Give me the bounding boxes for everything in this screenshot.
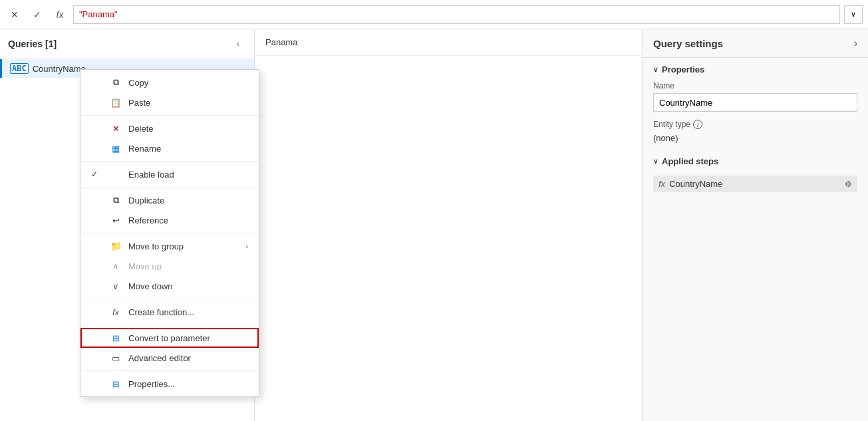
menu-item-reference[interactable]: ↩Reference: [80, 210, 259, 230]
menu-item-properties[interactable]: ⊞Properties...: [80, 374, 259, 394]
menu-separator-after-create-function: [80, 325, 259, 325]
right-panel: Query settings › ∨ Properties Name Entit…: [642, 29, 868, 421]
cancel-button[interactable]: ✕: [5, 5, 24, 24]
collapse-button[interactable]: ‹: [230, 36, 246, 52]
formula-bar: ✕ ✓ fx ∨: [0, 0, 868, 29]
properties-section-header: ∨ Properties: [643, 58, 868, 78]
formula-input[interactable]: [73, 5, 840, 24]
entity-type-row: Entity type i (none): [643, 117, 868, 150]
menu-item-duplicate[interactable]: ⧉Duplicate: [80, 190, 259, 210]
menu-item-delete[interactable]: ✕Delete: [80, 118, 259, 138]
right-panel-expand-button[interactable]: ›: [854, 37, 857, 49]
menu-label-create-function: Create function...: [128, 307, 194, 317]
data-cell-panama: Panama: [255, 29, 642, 56]
formula-expand-button[interactable]: ∨: [844, 5, 863, 24]
step-gear-icon[interactable]: ⚙: [845, 180, 852, 189]
menu-label-copy: Copy: [128, 78, 148, 88]
menu-icon-move-up: ∧: [110, 260, 122, 272]
menu-label-advanced-editor: Advanced editor: [128, 353, 191, 363]
menu-label-move-down: Move down: [128, 281, 172, 291]
menu-icon-paste: 📋: [110, 96, 122, 108]
menu-item-advanced-editor[interactable]: ▭Advanced editor: [80, 348, 259, 368]
menu-icon-rename: ▦: [110, 142, 122, 154]
menu-label-properties: Properties...: [128, 379, 175, 389]
query-type-icon: ABC: [10, 63, 29, 74]
menu-item-move-up: ∧Move up: [80, 256, 259, 276]
menu-separator-after-advanced-editor: [80, 370, 259, 371]
menu-icon-delete: ✕: [110, 122, 122, 134]
menu-label-move-to-group: Move to group: [128, 241, 184, 251]
menu-icon-duplicate: ⧉: [110, 194, 122, 206]
query-name-label: CountryName: [33, 64, 86, 74]
applied-steps-list: fxCountryName⚙: [643, 170, 868, 200]
menu-separator-after-reference: [80, 233, 259, 233]
queries-title: Queries [1]: [8, 39, 57, 49]
menu-icon-properties: ⊞: [110, 378, 122, 390]
step-left-countryname: fxCountryName: [658, 179, 722, 189]
entity-type-value: (none): [653, 132, 857, 144]
menu-check-enable-load: ✓: [91, 170, 103, 179]
menu-item-rename[interactable]: ▦Rename: [80, 138, 259, 158]
applied-steps-section-header: ∨ Applied steps: [643, 150, 868, 170]
fx-button[interactable]: fx: [51, 5, 69, 24]
right-panel-title: Query settings: [653, 38, 723, 49]
content-area: Panama: [255, 29, 642, 421]
name-input[interactable]: [653, 93, 857, 112]
menu-label-paste: Paste: [128, 98, 150, 108]
menu-item-copy[interactable]: ⧉Copy: [80, 72, 259, 92]
queries-panel: Queries [1] ‹ ABC CountryName ⧉Copy📋Past…: [0, 29, 255, 421]
menu-label-duplicate: Duplicate: [128, 196, 164, 206]
menu-label-delete: Delete: [128, 124, 154, 134]
step-item-countryname[interactable]: fxCountryName⚙: [653, 176, 857, 192]
menu-item-convert-to-parameter[interactable]: ⊞Convert to parameter: [80, 328, 259, 348]
menu-arrow-move-to-group: ›: [245, 242, 248, 250]
menu-label-convert-to-parameter: Convert to parameter: [128, 333, 210, 343]
menu-separator-after-move-down: [80, 299, 259, 299]
main-area: Queries [1] ‹ ABC CountryName ⧉Copy📋Past…: [0, 29, 868, 421]
menu-icon-advanced-editor: ▭: [110, 352, 122, 364]
step-fx-icon: fx: [658, 179, 665, 189]
menu-icon-move-to-group: 📁: [110, 240, 122, 252]
menu-icon-convert-to-parameter: ⊞: [110, 332, 122, 344]
menu-label-reference: Reference: [128, 215, 168, 225]
entity-type-label: Entity type i: [653, 120, 857, 129]
properties-section-label: Properties: [662, 65, 704, 74]
entity-type-info-icon: i: [693, 120, 702, 129]
right-panel-header: Query settings ›: [643, 29, 868, 58]
name-label: Name: [653, 81, 857, 90]
context-menu: ⧉Copy📋Paste✕Delete▦Rename✓Enable load⧉Du…: [80, 69, 259, 397]
menu-label-rename: Rename: [128, 144, 161, 154]
menu-separator-after-enable-load: [80, 187, 259, 188]
menu-icon-copy: ⧉: [110, 76, 122, 88]
menu-item-paste[interactable]: 📋Paste: [80, 92, 259, 112]
menu-label-move-up: Move up: [128, 261, 162, 271]
properties-chevron-icon: ∨: [653, 66, 658, 73]
menu-icon-enable-load: [110, 168, 122, 180]
menu-icon-create-function: fx: [110, 306, 122, 318]
menu-item-enable-load[interactable]: ✓Enable load: [80, 164, 259, 184]
menu-icon-reference: ↩: [110, 214, 122, 226]
menu-item-create-function[interactable]: fxCreate function...: [80, 302, 259, 322]
step-name-label: CountryName: [669, 179, 722, 189]
menu-item-move-to-group[interactable]: 📁Move to group›: [80, 236, 259, 256]
menu-icon-move-down: ∨: [110, 280, 122, 292]
applied-steps-chevron-icon: ∨: [653, 158, 658, 165]
applied-steps-section-label: Applied steps: [662, 156, 718, 166]
menu-separator-after-paste: [80, 115, 259, 116]
menu-separator-after-rename: [80, 161, 259, 162]
confirm-button[interactable]: ✓: [28, 5, 47, 24]
menu-label-enable-load: Enable load: [128, 170, 174, 180]
name-property-row: Name: [643, 78, 868, 117]
queries-header: Queries [1] ‹: [0, 29, 254, 59]
menu-item-move-down[interactable]: ∨Move down: [80, 276, 259, 296]
